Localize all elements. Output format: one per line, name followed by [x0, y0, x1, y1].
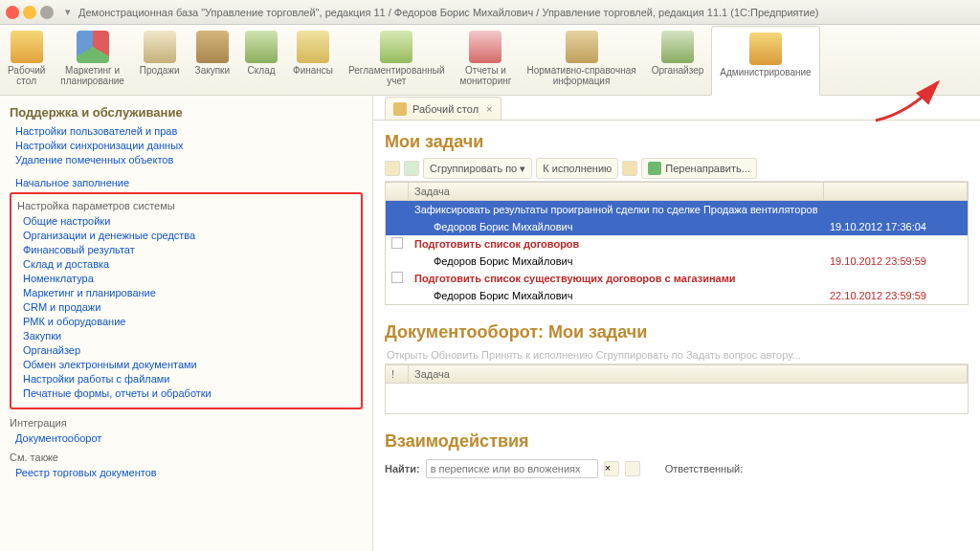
sidebar-link[interactable]: Номенклатура: [23, 273, 355, 284]
my-tasks-section: Мои задачи Сгруппировать по ▾ К исполнен…: [373, 121, 980, 311]
toolbar-reports[interactable]: Отчеты имониторинг: [453, 25, 520, 95]
window-titlebar: ▾ Демонстрационная база "Управление торг…: [0, 0, 980, 25]
window-close-button[interactable]: [6, 6, 19, 19]
nav-sidebar: Поддержка и обслуживание Настройки польз…: [0, 96, 373, 551]
sidebar-highlighted-group: Настройка параметров системы Общие настр…: [10, 192, 363, 409]
col-flag[interactable]: !: [386, 365, 409, 383]
sidebar-subheading: См. также: [10, 452, 363, 463]
sidebar-link[interactable]: Настройки пользователей и прав: [15, 125, 363, 137]
sidebar-heading-support: Поддержка и обслуживание: [10, 105, 363, 120]
sidebar-link[interactable]: Органайзер: [23, 344, 355, 356]
sidebar-link[interactable]: Начальное заполнение: [15, 177, 363, 188]
sidebar-link[interactable]: Удаление помеченных объектов: [15, 154, 363, 165]
task-row[interactable]: Федоров Борис Михайлович22.10.2012 23:59…: [386, 287, 968, 304]
section-title: Мои задачи: [385, 132, 969, 152]
main-toolbar: Рабочийстол Маркетинг ипланирование Прод…: [0, 25, 980, 96]
tab-label: Рабочий стол: [412, 103, 479, 115]
sidebar-link[interactable]: Документооборот: [15, 432, 363, 444]
window-min-button[interactable]: [23, 6, 36, 19]
window-menu-toggle[interactable]: ▾: [65, 6, 71, 18]
group-by-button[interactable]: Сгруппировать по ▾: [423, 158, 532, 179]
sidebar-subheading: Интеграция: [10, 417, 363, 429]
col-task[interactable]: Задача: [409, 183, 824, 200]
task-row[interactable]: Подготовить список существующих договоро…: [386, 270, 968, 287]
window-title: Демонстрационная база "Управление торгов…: [78, 7, 819, 18]
sidebar-link[interactable]: Финансовый результат: [23, 244, 355, 255]
sidebar-link[interactable]: Печатные формы, отчеты и обработки: [23, 387, 355, 399]
content-area: Рабочий стол × Мои задачи Сгруппировать …: [373, 96, 980, 551]
find-input[interactable]: [426, 459, 598, 478]
toolbar-organizer[interactable]: Органайзер: [644, 25, 712, 95]
toolbar-purchases[interactable]: Закупки: [188, 25, 237, 95]
sidebar-subheading: Настройка параметров системы: [17, 200, 355, 211]
toolbar-marketing[interactable]: Маркетинг ипланирование: [53, 25, 131, 95]
col-task[interactable]: Задача: [409, 365, 968, 383]
task-row[interactable]: Федоров Борис Михайлович19.10.2012 17:36…: [386, 218, 968, 235]
task-row[interactable]: Подготовить список договоров: [386, 235, 968, 253]
redirect-button[interactable]: Перенаправить...: [641, 158, 757, 179]
edit-icon[interactable]: [385, 161, 400, 176]
toolbar-admin[interactable]: Администрирование: [711, 26, 819, 96]
my-tasks-toolbar: Сгруппировать по ▾ К исполнению Перенапр…: [385, 156, 969, 182]
docflow-grid[interactable]: ! Задача: [385, 364, 969, 414]
tab-close-button[interactable]: ×: [486, 103, 492, 115]
interactions-section: Взаимодействия Найти: × Ответственный:: [373, 420, 980, 488]
window-max-button[interactable]: [40, 6, 54, 19]
section-title: Взаимодействия: [385, 431, 969, 452]
flag-icon[interactable]: [622, 161, 637, 176]
toolbar-desktop[interactable]: Рабочийстол: [0, 25, 53, 95]
task-row[interactable]: Федоров Борис Михайлович19.10.2012 23:59…: [386, 253, 968, 270]
sidebar-link[interactable]: Обмен электронными документами: [23, 359, 355, 370]
toolbar-finance[interactable]: Финансы: [285, 25, 341, 95]
sidebar-link[interactable]: CRM и продажи: [23, 301, 355, 313]
tab-desktop[interactable]: Рабочий стол ×: [385, 97, 501, 120]
sidebar-link[interactable]: Реестр торговых документов: [15, 467, 363, 478]
task-row[interactable]: Зафиксировать результаты проигранной сде…: [386, 201, 968, 218]
sidebar-link[interactable]: РМК и оборудование: [23, 316, 355, 327]
to-execution-button[interactable]: К исполнению: [536, 158, 618, 179]
sidebar-link[interactable]: Настройки синхронизации данных: [15, 140, 363, 151]
search-icon[interactable]: [625, 461, 640, 476]
sidebar-link[interactable]: Склад и доставка: [23, 258, 355, 270]
sidebar-link[interactable]: Организации и денежные средства: [23, 230, 355, 241]
toolbar-sales[interactable]: Продажи: [132, 25, 188, 95]
sidebar-link[interactable]: Общие настройки: [23, 215, 355, 227]
toolbar-catalog[interactable]: Нормативно-справочнаяинформация: [519, 25, 643, 95]
docflow-section: Документооборот: Мои задачи Открыть Обно…: [373, 311, 980, 420]
toolbar-reg-accounting[interactable]: Регламентированныйучет: [341, 25, 452, 95]
section-title: Документооборот: Мои задачи: [385, 322, 969, 342]
docflow-toolbar: Открыть Обновить Принять к исполнению Сг…: [385, 346, 969, 364]
clear-icon[interactable]: ×: [604, 461, 619, 476]
desktop-icon: [393, 102, 407, 116]
sidebar-link[interactable]: Закупки: [23, 330, 355, 342]
my-tasks-grid[interactable]: Задача Зафиксировать результаты проигран…: [385, 182, 969, 305]
sidebar-link[interactable]: Маркетинг и планирование: [23, 287, 355, 298]
sidebar-link[interactable]: Настройки работы с файлами: [23, 373, 355, 385]
responsible-label: Ответственный:: [665, 463, 744, 474]
tab-bar: Рабочий стол ×: [373, 96, 980, 121]
toolbar-warehouse[interactable]: Склад: [237, 25, 285, 95]
refresh-icon[interactable]: [404, 161, 419, 176]
find-label: Найти:: [385, 463, 420, 474]
